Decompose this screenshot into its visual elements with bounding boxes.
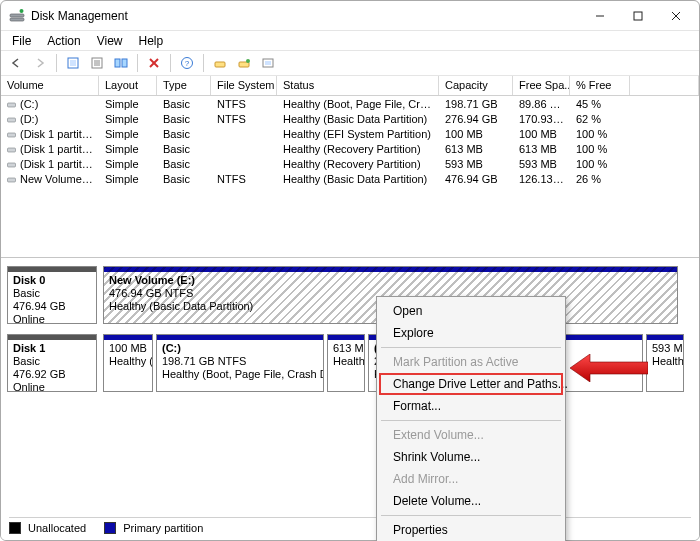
volume-type: Basic	[157, 143, 211, 155]
svg-rect-8	[70, 60, 76, 66]
partition-line2: 593 MB	[652, 342, 678, 355]
volume-row[interactable]: (Disk 1 partition 5)SimpleBasicHealthy (…	[1, 156, 699, 171]
disk-block: Disk 0Basic476.94 GBOnlineNew Volume (E:…	[7, 266, 693, 324]
ctx-explore[interactable]: Explore	[379, 322, 563, 344]
disk-size: 476.92 GB	[13, 368, 91, 381]
ctx-extend: Extend Volume...	[379, 424, 563, 446]
col-filesystem[interactable]: File System	[211, 76, 277, 95]
volume-name: (C:)	[20, 98, 38, 110]
ctx-shrink[interactable]: Shrink Volume...	[379, 446, 563, 468]
volume-capacity: 100 MB	[439, 128, 513, 140]
ctx-delete[interactable]: Delete Volume...	[379, 490, 563, 512]
ctx-format[interactable]: Format...	[379, 395, 563, 417]
partition[interactable]: (C:)198.71 GB NTFSHealthy (Boot, Page Fi…	[156, 334, 324, 392]
col-type[interactable]: Type	[157, 76, 211, 95]
ctx-open[interactable]: Open	[379, 300, 563, 322]
menu-action[interactable]: Action	[40, 33, 87, 49]
partition[interactable]: 613 MBHealthy (Recovery Partition)	[327, 334, 365, 392]
volume-layout: Simple	[99, 98, 157, 110]
toolbar: ?	[1, 50, 699, 76]
volume-row[interactable]: New Volume (E:)SimpleBasicNTFSHealthy (B…	[1, 171, 699, 186]
nav-back-icon[interactable]	[5, 52, 27, 74]
delete-icon[interactable]	[143, 52, 165, 74]
volume-layout: Simple	[99, 113, 157, 125]
svg-rect-1	[10, 18, 24, 21]
svg-rect-28	[8, 163, 16, 167]
volume-free: 100 MB	[513, 128, 570, 140]
close-button[interactable]	[657, 2, 695, 30]
volume-row[interactable]: (D:)SimpleBasicNTFSHealthy (Basic Data P…	[1, 111, 699, 126]
disk-info[interactable]: Disk 1Basic476.92 GBOnline	[7, 334, 97, 392]
action-icon-1[interactable]	[209, 52, 231, 74]
view-mode-icon[interactable]	[110, 52, 132, 74]
disk-state: Online	[13, 381, 91, 394]
partition[interactable]: 593 MBHealthy (Recovery Partition)	[646, 334, 684, 392]
action-icon-3[interactable]	[257, 52, 279, 74]
disk-info[interactable]: Disk 0Basic476.94 GBOnline	[7, 266, 97, 324]
volume-free: 170.93 GB	[513, 113, 570, 125]
menu-view[interactable]: View	[90, 33, 130, 49]
annotation-arrow-icon	[570, 354, 648, 384]
col-capacity[interactable]: Capacity	[439, 76, 513, 95]
volume-type: Basic	[157, 113, 211, 125]
volume-icon	[7, 160, 16, 169]
legend-swatch-blue	[104, 522, 116, 534]
volume-row[interactable]: (Disk 1 partition 1)SimpleBasicHealthy (…	[1, 126, 699, 141]
disk-kind: Basic	[13, 287, 91, 300]
properties-icon[interactable]	[86, 52, 108, 74]
toolbar-separator	[56, 54, 57, 72]
volume-type: Basic	[157, 98, 211, 110]
volume-name: (Disk 1 partition 5)	[20, 158, 99, 170]
col-layout[interactable]: Layout	[99, 76, 157, 95]
volume-status: Healthy (EFI System Partition)	[277, 128, 439, 140]
toolbar-separator	[137, 54, 138, 72]
volume-type: Basic	[157, 158, 211, 170]
volume-capacity: 613 MB	[439, 143, 513, 155]
disk-state: Online	[13, 313, 91, 326]
app-icon	[9, 8, 25, 24]
svg-rect-29	[8, 178, 16, 182]
svg-rect-26	[8, 133, 16, 137]
volume-free: 593 MB	[513, 158, 570, 170]
help-icon[interactable]: ?	[176, 52, 198, 74]
volume-icon	[7, 145, 16, 154]
volume-name: (Disk 1 partition 4)	[20, 143, 99, 155]
volume-fs: NTFS	[211, 98, 277, 110]
ctx-properties[interactable]: Properties	[379, 519, 563, 541]
refresh-icon[interactable]	[62, 52, 84, 74]
col-volume[interactable]: Volume	[1, 76, 99, 95]
maximize-button[interactable]	[619, 2, 657, 30]
volume-status: Healthy (Boot, Page File, Cra...	[277, 98, 439, 110]
col-pctfree[interactable]: % Free	[570, 76, 630, 95]
ctx-change-drive-letter[interactable]: Change Drive Letter and Paths...	[379, 373, 563, 395]
legend-swatch-black	[9, 522, 21, 534]
action-icon-2[interactable]	[233, 52, 255, 74]
context-menu: Open Explore Mark Partition as Active Ch…	[376, 296, 566, 541]
partition-line3: Healthy (Boot, Page File, Crash Dump, Ba…	[162, 368, 318, 381]
col-freespace[interactable]: Free Spa...	[513, 76, 570, 95]
volume-list[interactable]: Volume Layout Type File System Status Ca…	[1, 76, 699, 258]
volume-free: 89.86 GB	[513, 98, 570, 110]
volume-layout: Simple	[99, 173, 157, 185]
menu-help[interactable]: Help	[132, 33, 171, 49]
titlebar: Disk Management	[1, 1, 699, 31]
partition-line3: Healthy (EFI System Partition)	[109, 355, 147, 368]
volume-capacity: 276.94 GB	[439, 113, 513, 125]
toolbar-separator	[170, 54, 171, 72]
disk-title: Disk 0	[13, 274, 91, 287]
partition[interactable]: 100 MBHealthy (EFI System Partition)	[103, 334, 153, 392]
col-status[interactable]: Status	[277, 76, 439, 95]
nav-forward-icon[interactable]	[29, 52, 51, 74]
legend: Unallocated Primary partition	[9, 517, 691, 534]
legend-unallocated: Unallocated	[9, 522, 86, 534]
volume-status: Healthy (Recovery Partition)	[277, 143, 439, 155]
minimize-button[interactable]	[581, 2, 619, 30]
volume-layout: Simple	[99, 158, 157, 170]
svg-rect-4	[634, 12, 642, 20]
volume-pct: 45 %	[570, 98, 630, 110]
volume-row[interactable]: (Disk 1 partition 4)SimpleBasicHealthy (…	[1, 141, 699, 156]
volume-row[interactable]: (C:)SimpleBasicNTFSHealthy (Boot, Page F…	[1, 96, 699, 111]
volume-pct: 62 %	[570, 113, 630, 125]
ctx-separator	[381, 420, 561, 421]
menu-file[interactable]: File	[5, 33, 38, 49]
